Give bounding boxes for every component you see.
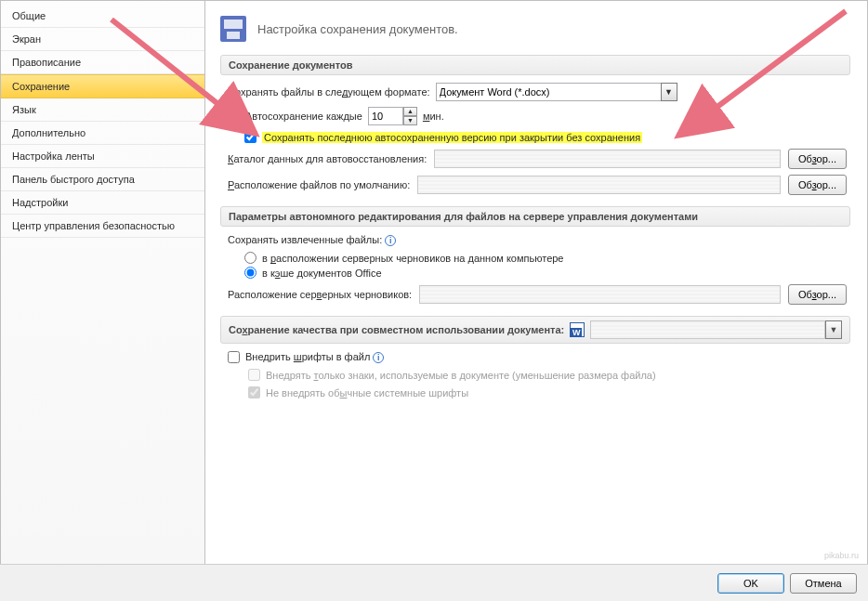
sidebar-item-general[interactable]: Общие bbox=[1, 5, 204, 28]
server-drafts-location-input[interactable] bbox=[419, 285, 781, 304]
options-sidebar: Общие Экран Правописание Сохранение Язык… bbox=[1, 1, 205, 564]
save-extracted-files-label: Сохранять извлеченные файлы:i bbox=[228, 234, 396, 246]
group-header-offline: Параметры автономного редактирования для… bbox=[220, 206, 850, 227]
server-drafts-location-label: Расположение серверных черновиков: bbox=[228, 289, 412, 300]
sidebar-item-trust-center[interactable]: Центр управления безопасностью bbox=[1, 215, 204, 238]
do-not-embed-system-fonts-checkbox bbox=[248, 386, 260, 398]
spinner-down-button[interactable]: ▼ bbox=[403, 116, 417, 125]
autorecover-location-label: Каталог данных для автовосстановления: bbox=[228, 153, 427, 164]
sidebar-item-language[interactable]: Язык bbox=[1, 98, 204, 122]
sidebar-item-addins[interactable]: Надстройки bbox=[1, 191, 204, 215]
save-format-label: Сохранять файлы в следующем формате: bbox=[228, 86, 430, 98]
group-offline-editing: Параметры автономного редактирования для… bbox=[220, 206, 850, 305]
sidebar-item-advanced[interactable]: Дополнительно bbox=[1, 122, 204, 145]
word-document-icon bbox=[570, 322, 585, 337]
keep-last-autosave-label: Сохранять последнюю автосохраненную верс… bbox=[262, 132, 642, 143]
embed-fonts-checkbox[interactable] bbox=[228, 351, 240, 363]
autosave-unit-label: мин. bbox=[423, 111, 444, 122]
info-icon[interactable]: i bbox=[385, 235, 396, 246]
sidebar-item-quick-access[interactable]: Панель быстрого доступа bbox=[1, 168, 204, 191]
sidebar-item-save[interactable]: Сохранение bbox=[1, 74, 204, 98]
sidebar-item-display[interactable]: Экран bbox=[1, 28, 204, 51]
default-file-location-label: Расположение файлов по умолчанию: bbox=[228, 179, 410, 190]
browse-server-drafts-button[interactable]: Обзор... bbox=[788, 284, 847, 305]
group-header-fidelity: Сохранение качества при совместном испол… bbox=[220, 316, 850, 344]
save-format-dropdown-button[interactable]: ▼ bbox=[661, 83, 677, 101]
radio-server-drafts-location[interactable] bbox=[244, 252, 256, 264]
fidelity-document-combobox[interactable] bbox=[590, 320, 825, 339]
embed-fonts-label: Внедрить шрифты в файлi bbox=[245, 351, 384, 363]
fidelity-document-dropdown-button[interactable]: ▼ bbox=[825, 320, 842, 339]
autosave-interval-input[interactable] bbox=[368, 107, 403, 125]
autosave-checkbox[interactable] bbox=[228, 111, 240, 123]
autorecover-location-input[interactable] bbox=[434, 150, 781, 168]
autosave-label: Автосохранение каждые bbox=[245, 111, 362, 122]
radio-office-document-cache[interactable] bbox=[244, 267, 256, 279]
default-file-location-input[interactable] bbox=[417, 176, 781, 194]
browse-default-location-button[interactable]: Обзор... bbox=[788, 175, 847, 195]
browse-autorecover-button[interactable]: Обзор... bbox=[788, 149, 847, 169]
options-content: Настройка сохранения документов. Сохране… bbox=[205, 1, 867, 564]
save-icon bbox=[220, 16, 246, 42]
page-title: Настройка сохранения документов. bbox=[257, 22, 458, 36]
radio-server-drafts-location-label: в расположении серверных черновиков на д… bbox=[262, 253, 564, 264]
dialog-footer: OK Отмена bbox=[0, 564, 868, 601]
ok-button[interactable]: OK bbox=[717, 573, 784, 594]
group-preserve-fidelity: Сохранение качества при совместном испол… bbox=[220, 316, 850, 398]
save-format-combobox[interactable] bbox=[436, 83, 661, 101]
keep-last-autosave-checkbox[interactable] bbox=[244, 131, 256, 143]
embed-only-used-chars-label: Внедрять только знаки, используемые в до… bbox=[266, 370, 656, 381]
cancel-button[interactable]: Отмена bbox=[790, 573, 857, 594]
group-save-documents: Сохранение документов Сохранять файлы в … bbox=[220, 55, 850, 195]
do-not-embed-system-fonts-label: Не внедрять обычные системные шрифты bbox=[266, 387, 468, 398]
embed-only-used-chars-checkbox bbox=[248, 369, 260, 381]
watermark-text: pikabu.ru bbox=[824, 551, 859, 560]
group-header-save: Сохранение документов bbox=[220, 55, 850, 75]
radio-office-document-cache-label: в кэше документов Office bbox=[262, 268, 382, 279]
sidebar-item-ribbon[interactable]: Настройка ленты bbox=[1, 145, 204, 168]
spinner-up-button[interactable]: ▲ bbox=[403, 107, 417, 116]
sidebar-item-proofing[interactable]: Правописание bbox=[1, 51, 204, 74]
info-icon[interactable]: i bbox=[373, 352, 384, 363]
